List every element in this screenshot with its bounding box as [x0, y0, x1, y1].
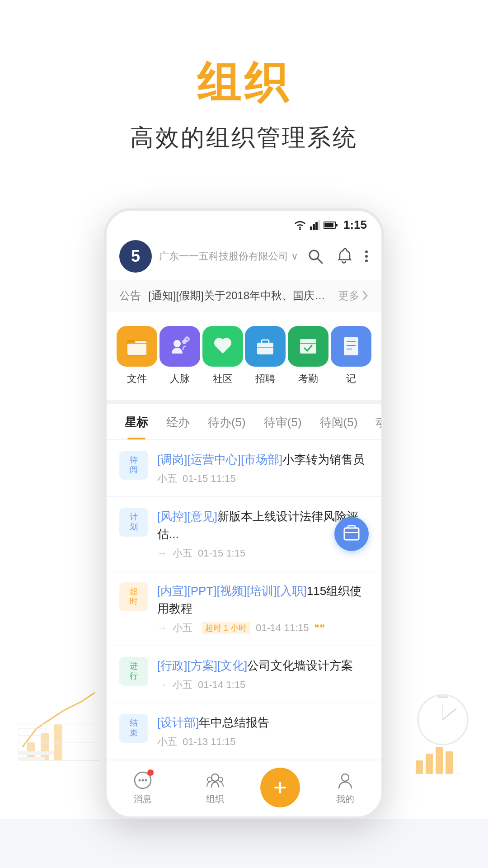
- nav-item-organization[interactable]: 组织: [179, 770, 251, 805]
- organization-icon: [205, 770, 225, 790]
- mine-icon: [335, 770, 355, 790]
- svg-point-19: [299, 228, 301, 230]
- tab-dynamic[interactable]: 动: [366, 404, 381, 439]
- svg-line-28: [318, 259, 322, 263]
- feed-content-5: [设计部]年中总结报告 小五 01-13 11:15: [157, 714, 369, 749]
- menu-label-community: 社区: [213, 372, 233, 386]
- hero-section: 组织 高效的组织管理系统: [0, 0, 488, 181]
- menu-item-notes[interactable]: 记: [329, 326, 372, 386]
- svg-line-11: [443, 708, 456, 720]
- svg-point-29: [365, 250, 368, 253]
- svg-rect-23: [318, 220, 320, 230]
- feed-content-1: [调岗][运营中心][市场部]小李转为销售员 小五 01-15 11:15: [157, 451, 369, 486]
- status-time: 1:15: [343, 218, 367, 232]
- svg-point-53: [207, 777, 212, 782]
- svg-rect-17: [446, 751, 453, 774]
- svg-point-52: [211, 774, 219, 781]
- announcement-more[interactable]: 更多: [338, 288, 369, 303]
- tabs-bar: 星标 经办 待办(5) 待审(5) 待阅(5) 动: [107, 404, 381, 440]
- feed-title-4: [行政][方案][文化]公司文化墙设计方案: [157, 657, 369, 675]
- feed-meta-2: → 小五 01-15 1:15: [157, 547, 369, 560]
- files-icon-wrap: [117, 326, 157, 367]
- feed-item-5[interactable]: 结束 [设计部]年中总结报告 小五 01-13 11:15: [107, 703, 381, 760]
- tab-unread[interactable]: 待阅(5): [311, 404, 367, 439]
- menu-item-attendance[interactable]: 考勤: [287, 326, 330, 386]
- menu-item-files[interactable]: 文件: [116, 326, 159, 386]
- svg-point-50: [142, 779, 144, 781]
- notes-icon-wrap: [331, 326, 371, 367]
- feed-content-4: [行政][方案][文化]公司文化墙设计方案 → 小五 01-14 1:15: [157, 657, 369, 692]
- announcement-label: 公告: [119, 288, 141, 303]
- feed-title-5: [设计部]年中总结报告: [157, 714, 369, 731]
- svg-point-49: [139, 779, 141, 781]
- feed-item-3[interactable]: 超时 [内宣][PPT][视频][培训][入职]115组织使用教程 → 小五 超…: [107, 571, 381, 646]
- community-icon-wrap: [202, 326, 243, 367]
- nav-label-mine: 我的: [336, 793, 354, 805]
- add-icon[interactable]: +: [260, 768, 300, 807]
- nav-add-button[interactable]: +: [251, 768, 309, 807]
- svg-point-51: [145, 779, 147, 781]
- more-icon[interactable]: [364, 248, 369, 264]
- tab-pending[interactable]: 待办(5): [199, 404, 255, 439]
- svg-rect-8: [18, 751, 54, 755]
- svg-point-55: [342, 774, 349, 781]
- menu-item-community[interactable]: 社区: [201, 326, 244, 386]
- feed-content-3: [内宣][PPT][视频][培训][入职]115组织使用教程 → 小五 超时 1…: [157, 582, 369, 635]
- bottom-nav: 消息 组织 +: [107, 760, 381, 816]
- svg-rect-1: [41, 733, 49, 760]
- company-name-field[interactable]: 广东一一五科技股份有限公司 ∨: [159, 250, 307, 263]
- messages-icon: [133, 770, 153, 790]
- feed-badge-5: 结束: [119, 714, 148, 743]
- feed-badge-3: 超时: [119, 582, 148, 611]
- feed-item-1[interactable]: 待阅 [调岗][运营中心][市场部]小李转为销售员 小五 01-15 11:15: [107, 440, 381, 497]
- svg-rect-26: [336, 224, 338, 226]
- search-icon[interactable]: [307, 248, 324, 264]
- svg-rect-16: [436, 747, 443, 774]
- tab-starred[interactable]: 星标: [116, 404, 157, 439]
- menu-grid: 文件 + 人脉: [107, 311, 381, 404]
- svg-rect-32: [127, 341, 147, 355]
- svg-rect-21: [313, 224, 315, 230]
- deco-chart-left: [18, 675, 99, 765]
- contacts-icon-wrap: +: [160, 326, 200, 367]
- phone-frame: 1:15 5 广东一一五科技股份有限公司 ∨: [104, 208, 384, 819]
- menu-label-contacts: 人脉: [170, 372, 190, 386]
- header-icons: [307, 248, 369, 264]
- svg-rect-20: [310, 226, 312, 230]
- svg-rect-22: [315, 222, 318, 230]
- svg-rect-9: [18, 757, 45, 760]
- nav-label-messages: 消息: [134, 793, 152, 805]
- menu-item-contacts[interactable]: + 人脉: [159, 326, 202, 386]
- menu-label-files: 文件: [127, 372, 147, 386]
- svg-rect-46: [344, 528, 359, 540]
- menu-label-notes: 记: [346, 372, 356, 386]
- feed-item-4[interactable]: 进行 [行政][方案][文化]公司文化墙设计方案 → 小五 01-14 1:15: [107, 646, 381, 703]
- battery-icon: [324, 221, 338, 229]
- feed-meta-5: 小五 01-13 11:15: [157, 735, 369, 749]
- svg-rect-15: [426, 754, 433, 774]
- announcement-text: [通知][假期]关于2018年中秋、国庆共放假...: [148, 288, 333, 303]
- nav-item-mine[interactable]: 我的: [309, 770, 381, 805]
- nav-item-messages[interactable]: 消息: [107, 770, 179, 805]
- svg-point-30: [365, 255, 368, 258]
- svg-text:+: +: [186, 337, 188, 342]
- svg-point-54: [218, 777, 223, 782]
- svg-rect-25: [324, 223, 333, 227]
- deco-chart-right: [407, 684, 479, 783]
- menu-item-recruit[interactable]: 招聘: [244, 326, 287, 386]
- status-bar: 1:15: [107, 211, 381, 236]
- svg-rect-38: [257, 343, 273, 354]
- feed-item-2[interactable]: 计划 [风控][意见]新版本上线设计法律风险评估... → 小五 01-15 1…: [107, 497, 381, 571]
- feed-meta-1: 小五 01-15 11:15: [157, 472, 369, 486]
- feed-badge-2: 计划: [119, 508, 148, 537]
- feed-meta-4: → 小五 01-14 1:15: [157, 678, 369, 692]
- tab-handling[interactable]: 经办: [157, 404, 199, 439]
- announcement-bar[interactable]: 公告 [通知][假期]关于2018年中秋、国庆共放假... 更多: [107, 280, 381, 311]
- hero-subtitle: 高效的组织管理系统: [0, 122, 488, 154]
- notification-icon[interactable]: [336, 248, 352, 264]
- tab-review[interactable]: 待审(5): [255, 404, 311, 439]
- fab-button[interactable]: [334, 517, 369, 551]
- recruit-icon-wrap: [245, 326, 286, 367]
- feed-title-1: [调岗][运营中心][市场部]小李转为销售员: [157, 451, 369, 468]
- phone-wrapper: 1:15 5 广东一一五科技股份有限公司 ∨: [0, 181, 488, 819]
